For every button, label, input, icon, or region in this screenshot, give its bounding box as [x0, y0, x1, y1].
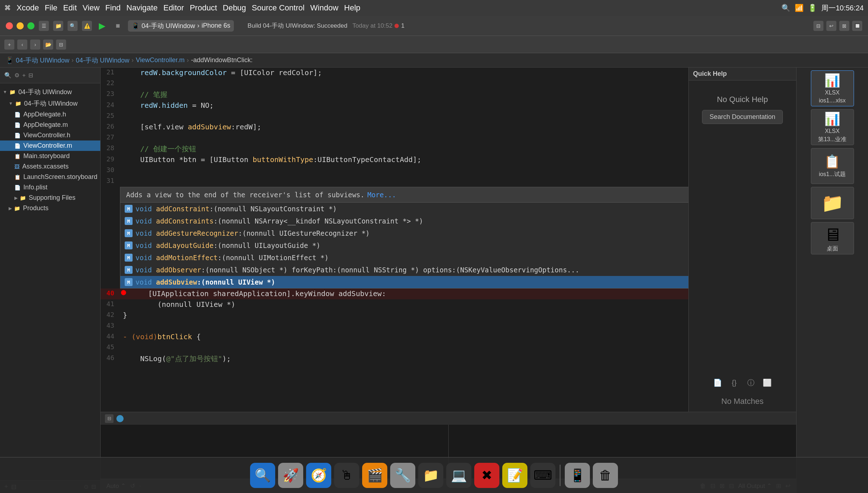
file-tree-btn[interactable]: 📂: [43, 40, 53, 50]
ac-item-5[interactable]: M void addObserver:(nonnull NSObject *) …: [120, 264, 688, 276]
breadcrumb-part-2[interactable]: 04-手动 UIWindow: [76, 56, 129, 65]
breadcrumb-part-3[interactable]: ViewController.m: [136, 56, 185, 64]
dock-tools[interactable]: 🔧: [390, 463, 415, 488]
sidebar-item-appdelegate-m[interactable]: 📄 AppDelegate.m: [0, 120, 100, 130]
run-button[interactable]: ▶: [96, 20, 108, 32]
sidebar-toggle-button[interactable]: ☰: [39, 21, 49, 31]
menu-window[interactable]: Window: [310, 3, 338, 13]
ac-item-4[interactable]: M void addMotionEffect:(nonnull UIMotion…: [120, 252, 688, 264]
sidebar-item-appdelegate-h[interactable]: 📄 AppDelegate.h: [0, 109, 100, 120]
line-num-45: 45: [101, 342, 120, 351]
layout-btn-3[interactable]: ⊠: [839, 21, 849, 31]
file-thumb-xlsx2[interactable]: 📊 XLSX 第13...业准: [811, 109, 854, 145]
plus-icon: +: [22, 72, 26, 79]
dock-safari[interactable]: 🧭: [306, 463, 331, 488]
menu-source-control[interactable]: Source Control: [252, 3, 305, 13]
ac-text-2: void addGestureRecognizer:(nonnull UIGes…: [135, 229, 370, 237]
nav-back-btn[interactable]: ‹: [17, 40, 27, 50]
scheme-selector[interactable]: 📱 04-手动 UIWindow › iPhone 6s: [128, 20, 234, 32]
hint-more-link[interactable]: More...: [367, 191, 396, 199]
line-content-40: [UIApplication sharedApplication].keyWin…: [128, 289, 688, 299]
dock-input[interactable]: ⌨: [530, 463, 555, 488]
ac-text-4: void addMotionEffect:(nonnull UIMotionEf…: [135, 254, 329, 262]
search-icon[interactable]: 🔍: [781, 4, 790, 12]
breadcrumb-part-4[interactable]: -addWindowBtnClick:: [191, 56, 253, 64]
line-content-24: redW.hidden = NO;: [120, 100, 688, 110]
box-icon-qh[interactable]: ⬜: [762, 377, 773, 388]
sidebar-item-products[interactable]: ▶ 📁 Products: [0, 203, 100, 213]
file-thumb-doc1[interactable]: 📋 ios1...试题: [811, 148, 854, 184]
menu-debug[interactable]: Debug: [223, 3, 246, 13]
sort-icon: ⊟: [28, 72, 33, 79]
sidebar-item-infoplist[interactable]: 📄 Info.plist: [0, 182, 100, 193]
navigator-btn[interactable]: 📁: [53, 21, 63, 31]
dock-xmind[interactable]: ✖: [474, 463, 499, 488]
menu-view[interactable]: View: [83, 3, 100, 13]
dock-notes[interactable]: 📝: [502, 463, 527, 488]
search-documentation-button[interactable]: Search Documentation: [702, 110, 783, 124]
dock-finder[interactable]: 🔍: [250, 463, 275, 488]
filter-btn[interactable]: ⊟: [56, 40, 66, 50]
error-dot-icon: ⬤: [121, 289, 126, 295]
file-thumb-desktop[interactable]: 🖥 桌面: [811, 222, 854, 254]
expand-arrow-supporting: ▶: [14, 195, 18, 201]
dock-mousepose[interactable]: 🖱: [334, 463, 359, 488]
add-file-btn[interactable]: +: [4, 40, 14, 50]
file-icon-qh[interactable]: 📄: [712, 377, 723, 388]
layout-btn-1[interactable]: ⊟: [813, 21, 823, 31]
line-content-46: NSLog(@"点了加号按钮");: [120, 353, 688, 364]
issue-nav-btn[interactable]: ⚠️: [82, 21, 92, 31]
code-editor[interactable]: 21 redW.backgroundColor = [UIColor redCo…: [101, 68, 688, 412]
nav-forward-btn[interactable]: ›: [30, 40, 40, 50]
sidebar-item-group[interactable]: ▼ 📁 04-手动 UIWindow: [0, 98, 100, 109]
code-line-46: 46 NSLog(@"点了加号按钮");: [101, 353, 688, 364]
dock-trash[interactable]: 🗑: [593, 463, 618, 488]
breadcrumb-part-1[interactable]: 04-手动 UIWindow: [16, 56, 69, 65]
stop-button[interactable]: ■: [112, 20, 124, 32]
quick-help-title: Quick Help: [693, 70, 727, 78]
sidebar-item-root[interactable]: ▼ 📁 04-手动 UIWindow: [0, 86, 100, 98]
menu-edit[interactable]: Edit: [63, 3, 77, 13]
menu-file[interactable]: File: [45, 3, 57, 13]
search-navigator-btn[interactable]: 🔍: [68, 21, 78, 31]
debug-toggle-btn[interactable]: ⊟: [105, 414, 114, 423]
sidebar-item-supporting[interactable]: ▶ 📁 Supporting Files: [0, 193, 100, 203]
sidebar-item-assets[interactable]: 🖼 Assets.xcassets: [0, 161, 100, 172]
menu-xcode[interactable]: Xcode: [17, 3, 39, 13]
menu-product[interactable]: Product: [190, 3, 217, 13]
file-thumb-folder1[interactable]: 📁: [811, 187, 854, 219]
fullscreen-button[interactable]: [27, 22, 34, 29]
close-button[interactable]: [6, 22, 13, 29]
info-icon-qh[interactable]: ⓘ: [745, 377, 756, 388]
file-thumb-xlsx1[interactable]: 📊 XLSX ios1....xlsx: [811, 70, 854, 106]
menu-bar: ⌘ Xcode File Edit View Find Navigate Edi…: [0, 0, 868, 16]
dock-iphone[interactable]: 📱: [565, 463, 590, 488]
code-icon-qh[interactable]: {}: [729, 377, 740, 388]
layout-btn-2[interactable]: ↩: [826, 21, 836, 31]
sidebar-item-main-storyboard[interactable]: 📋 Main.storyboard: [0, 151, 100, 161]
error-count: 1: [401, 22, 404, 29]
dock-finder2[interactable]: 📁: [418, 463, 443, 488]
menu-help[interactable]: Help: [344, 3, 360, 13]
ac-item-0[interactable]: M void addConstraint:(nonnull NSLayoutCo…: [120, 203, 688, 215]
line-num-27: 27: [101, 133, 120, 141]
ac-item-6-selected[interactable]: M void addSubview:(nonnull UIView *): [120, 276, 688, 288]
ac-item-1[interactable]: M void addConstraints:(nonnull NSArray<_…: [120, 215, 688, 227]
menu-navigate[interactable]: Navigate: [126, 3, 158, 13]
minimize-button[interactable]: [17, 22, 24, 29]
assistant-editor-btn[interactable]: 🔲: [852, 21, 862, 31]
line-content-42: }: [120, 310, 688, 320]
apple-menu[interactable]: ⌘: [4, 4, 11, 12]
ac-item-2[interactable]: M void addGestureRecognizer:(nonnull UIG…: [120, 227, 688, 239]
ac-item-3[interactable]: M void addLayoutGuide:(nonnull UILayoutG…: [120, 239, 688, 252]
sidebar-item-viewcontroller-m[interactable]: 📄 ViewController.m: [0, 140, 100, 151]
device-name: iPhone 6s: [202, 22, 230, 29]
dock-terminal[interactable]: 💻: [446, 463, 471, 488]
dock-launchpad[interactable]: 🚀: [278, 463, 303, 488]
dock-imovie[interactable]: 🎬: [362, 463, 387, 488]
sidebar-item-launchscreen[interactable]: 📋 LaunchScreen.storyboard: [0, 172, 100, 182]
line-content-44: - (void)btnClick {: [120, 332, 688, 342]
menu-find[interactable]: Find: [105, 3, 121, 13]
sidebar-item-viewcontroller-h[interactable]: 📄 ViewController.h: [0, 130, 100, 140]
menu-editor[interactable]: Editor: [163, 3, 184, 13]
